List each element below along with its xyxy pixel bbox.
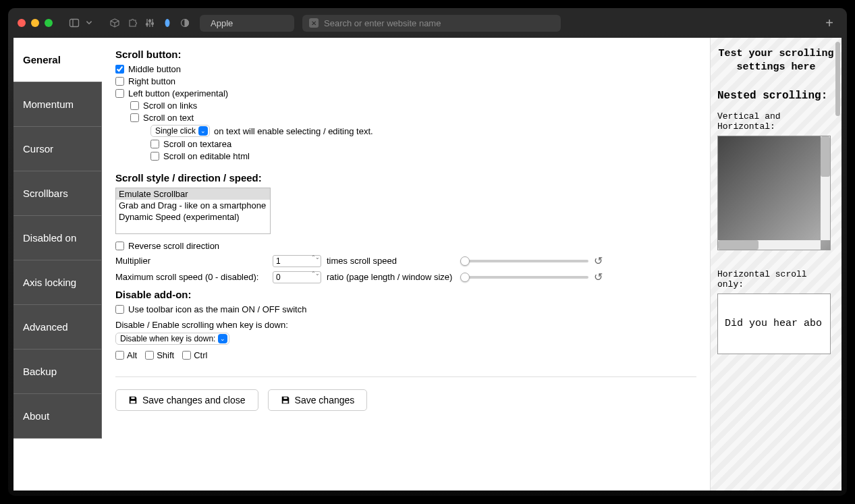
multiplier-slider[interactable] [460,260,588,262]
svg-rect-0 [70,20,79,27]
vertical-scrollbar[interactable] [821,136,830,240]
sidebar-item-cursor[interactable]: Cursor [13,127,102,171]
style-option-empty [116,223,270,233]
toolbar-switch-option[interactable]: Use toolbar icon as the main ON / OFF sw… [115,304,696,314]
svg-point-10 [165,19,170,27]
scroll-on-links-option[interactable]: Scroll on links [130,101,696,111]
page-scrollbar[interactable] [835,42,840,486]
multiplier-row: Multiplier times scroll speed ↺ [115,254,696,267]
scrollbar-thumb[interactable] [718,240,759,250]
horiz-scroll-demo[interactable]: Did you hear abo [717,293,831,354]
save-icon [128,395,138,405]
new-tab-button[interactable]: + [821,16,837,31]
maximize-window-button[interactable] [45,19,53,27]
modifier-keys-row: Alt Shift Ctrl [115,350,696,360]
scroll-style-listbox[interactable]: Emulate Scrollbar Grab and Drag - like o… [115,188,271,234]
scroll-on-textarea-option[interactable]: Scroll on textarea [150,139,696,149]
max-speed-slider[interactable] [460,276,588,279]
key-down-label: Disable / Enable scrolling when key is d… [115,320,696,330]
puzzle-icon[interactable] [126,16,139,30]
footer-buttons: Save changes and close Save changes [115,376,696,411]
horiz-label: Horizontal scroll only: [717,269,835,289]
page-content: General Momentum Cursor Scrollbars Disab… [13,38,842,491]
key-mode-select[interactable]: Disable when key is down: ⌄ [115,333,229,345]
toolbar-switch-checkbox[interactable] [115,305,124,314]
minimize-window-button[interactable] [31,19,39,27]
click-mode-row: Single click ⌄ on text will enable selec… [150,125,696,137]
style-option-dynamic[interactable]: Dynamic Speed (experimental) [116,211,270,223]
search-placeholder: Search or enter website name [324,18,441,28]
search-x-icon: ✕ [309,18,319,28]
scrollbar-thumb[interactable] [821,136,830,177]
scroll-button-heading: Scroll button: [115,49,696,60]
scroll-on-editable-option[interactable]: Scroll on editable html [150,151,696,161]
slider-thumb[interactable] [460,273,470,282]
sidebar-item-scrollbars[interactable]: Scrollbars [13,171,102,216]
close-window-button[interactable] [18,19,26,27]
style-option-emulate[interactable]: Emulate Scrollbar [116,188,270,200]
test-panel: Test your scrolling settings here Nested… [710,38,842,491]
contrast-icon[interactable] [178,16,192,30]
sidebar-item-general[interactable]: General [13,38,102,82]
sliders-icon[interactable] [143,16,157,30]
reset-icon[interactable]: ↺ [594,271,603,283]
left-button-option[interactable]: Left button (experimental) [115,88,696,99]
save-icon [281,395,290,405]
slider-thumb[interactable] [460,256,470,266]
dropdown-arrow-icon: ⌄ [198,126,208,136]
settings-sidebar: General Momentum Cursor Scrollbars Disab… [13,38,102,491]
right-button-option[interactable]: Right button [115,76,696,86]
scroll-on-links-checkbox[interactable] [130,101,139,110]
max-speed-label: Maximum scroll speed (0 - disabled): [115,272,267,282]
scroll-on-textarea-checkbox[interactable] [150,140,159,148]
sidebar-item-momentum[interactable]: Momentum [13,82,102,127]
sidebar-item-advanced[interactable]: Advanced [13,305,102,349]
svg-point-9 [152,23,154,25]
multiplier-input[interactable] [273,255,321,267]
scroll-on-text-checkbox[interactable] [130,113,139,122]
middle-button-checkbox[interactable] [115,65,124,74]
middle-button-option[interactable]: Middle button [115,64,696,74]
search-field[interactable]: ✕ Search or enter website name [302,15,561,32]
svg-point-8 [149,20,151,22]
sidebar-item-disabled-on[interactable]: Disabled on [13,216,102,260]
save-button[interactable]: Save changes [268,389,368,411]
style-option-grab[interactable]: Grab and Drag - like on a smartphone [116,200,270,211]
vh-scroll-demo[interactable] [717,136,831,250]
settings-main: Scroll button: Middle button Right butto… [102,38,710,491]
cube-icon[interactable] [108,16,121,30]
max-speed-row: Maximum scroll speed (0 - disabled): rat… [115,271,696,283]
sidebar-toggle-icon[interactable] [67,16,81,30]
url-text: Apple [211,18,233,28]
url-field[interactable]: Apple [200,15,294,32]
left-button-checkbox[interactable] [115,89,124,98]
sidebar-item-backup[interactable]: Backup [13,349,102,394]
sidebar-item-axis-locking[interactable]: Axis locking [13,260,102,305]
nested-scrolling-heading: Nested scrolling: [717,90,835,102]
scroll-style-heading: Scroll style / direction / speed: [115,172,696,184]
shift-checkbox[interactable] [145,351,154,360]
disable-addon-heading: Disable add-on: [115,289,696,300]
max-speed-input[interactable] [273,271,321,283]
demo-content [718,136,831,250]
save-and-close-button[interactable]: Save changes and close [115,389,258,411]
scroll-on-text-option[interactable]: Scroll on text [130,113,696,123]
titlebar: Apple ✕ Search or enter website name + [8,8,847,38]
chevron-down-icon[interactable] [85,16,93,30]
horizontal-scrollbar[interactable] [718,240,821,250]
reverse-direction-option[interactable]: Reverse scroll direction [115,241,696,251]
click-mode-select[interactable]: Single click ⌄ [150,125,210,137]
vh-label: Vertical and Horizontal: [717,111,835,132]
reset-icon[interactable]: ↺ [594,254,603,267]
sidebar-item-about[interactable]: About [13,394,102,439]
scrollbar-thumb[interactable] [835,42,840,116]
alt-checkbox[interactable] [115,351,124,360]
test-heading: Test your scrolling settings here [717,47,835,75]
ctrl-checkbox[interactable] [182,351,191,360]
dropdown-arrow-icon: ⌄ [218,334,227,343]
right-button-checkbox[interactable] [115,77,124,86]
reverse-direction-checkbox[interactable] [115,242,124,250]
scroll-indicator-icon[interactable] [161,16,174,30]
scroll-on-editable-checkbox[interactable] [150,152,159,161]
browser-window: Apple ✕ Search or enter website name + G… [8,8,847,496]
